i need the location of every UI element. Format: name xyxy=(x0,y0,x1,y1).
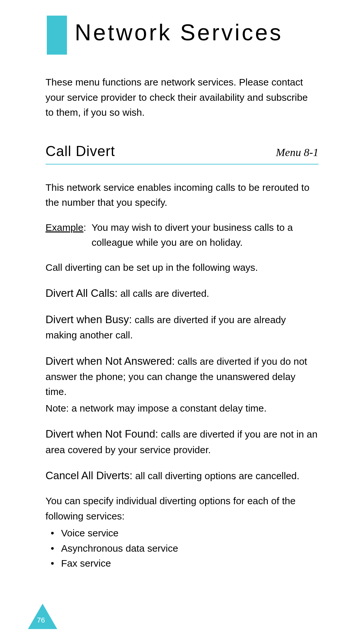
section-header: Call Divert Menu 8-1 xyxy=(46,143,318,164)
example-label: Example xyxy=(46,220,84,235)
menu-reference: Menu 8-1 xyxy=(276,146,318,159)
services-intro: You can specify individual diverting opt… xyxy=(46,493,318,524)
intro-paragraph: These menu functions are network service… xyxy=(46,75,318,120)
option-divert-busy: Divert when Busy: calls are diverted if … xyxy=(46,311,318,343)
list-item: Fax service xyxy=(51,556,318,571)
manual-page: Network Services These menu functions ar… xyxy=(0,0,351,644)
option-cancel-all: Cancel All Diverts: all call diverting o… xyxy=(46,467,318,484)
page-number: 76 xyxy=(28,616,54,624)
option-title: Divert when Not Answered: xyxy=(46,355,175,367)
option-note: Note: a network may impose a constant de… xyxy=(46,401,318,416)
section-title: Call Divert xyxy=(46,143,115,159)
option-title: Divert All Calls: xyxy=(46,287,118,299)
page-title: Network Services xyxy=(75,20,318,46)
list-item: Asynchronous data service xyxy=(51,541,318,556)
option-desc: all call diverting options are cancelled… xyxy=(133,470,300,481)
page-footer: 76 xyxy=(28,604,54,627)
example-block: Example: You may wish to divert your bus… xyxy=(46,220,318,250)
option-title: Divert when Busy: xyxy=(46,313,132,325)
option-divert-not-found: Divert when Not Found: calls are diverte… xyxy=(46,426,318,457)
option-title: Divert when Not Found: xyxy=(46,428,158,440)
option-desc: all calls are diverted. xyxy=(118,288,209,299)
accent-bar xyxy=(47,16,67,55)
option-divert-all: Divert All Calls: all calls are diverted… xyxy=(46,285,318,301)
example-text: You may wish to divert your business cal… xyxy=(92,220,318,250)
option-divert-not-answered: Divert when Not Answered: calls are dive… xyxy=(46,353,318,416)
option-title: Cancel All Diverts: xyxy=(46,469,133,481)
section-description: This network service enables incoming ca… xyxy=(46,180,318,210)
list-item: Voice service xyxy=(51,526,318,541)
services-list: Voice service Asynchronous data service … xyxy=(51,526,318,571)
example-colon: : xyxy=(84,220,92,235)
setup-intro: Call diverting can be set up in the foll… xyxy=(46,260,318,275)
